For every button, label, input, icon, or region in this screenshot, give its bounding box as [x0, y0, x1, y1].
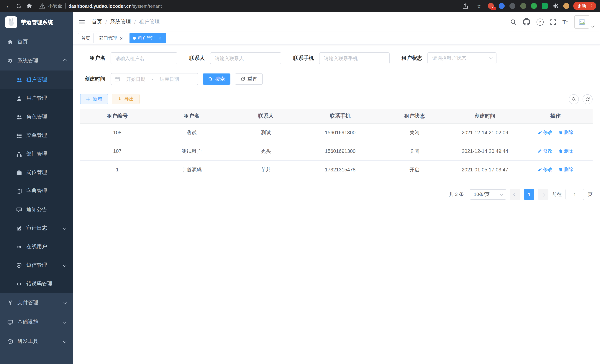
docs-button[interactable]: ?: [536, 18, 544, 25]
extensions-puzzle-icon[interactable]: [553, 3, 558, 9]
reload-button[interactable]: [14, 1, 24, 11]
browser-actions: ☆ 10 更新⋮: [460, 1, 596, 11]
delete-button[interactable]: 删除: [558, 130, 573, 136]
add-button-label: 新增: [93, 96, 103, 103]
sidebar-item-menu[interactable]: 菜单管理: [0, 126, 73, 145]
toggle-search-button[interactable]: [569, 94, 579, 104]
refresh-table-button[interactable]: [582, 94, 593, 104]
reset-button[interactable]: 重置: [235, 74, 263, 84]
sidebar-toggle-button[interactable]: [79, 19, 85, 25]
sidebar-item-tenant[interactable]: 租户管理: [0, 71, 73, 89]
tag-dept[interactable]: 部门管理×: [96, 33, 127, 43]
update-button[interactable]: 更新⋮: [573, 2, 596, 10]
monitor-icon: [7, 319, 13, 325]
sidebar-item-dev-tool[interactable]: 研发工具: [0, 332, 73, 351]
chevron-down-icon: [63, 226, 67, 230]
column-header: 操作: [518, 109, 593, 123]
sidebar-item-post[interactable]: 岗位管理: [0, 163, 73, 182]
plus-icon: [86, 97, 91, 102]
delete-button[interactable]: 删除: [558, 167, 573, 173]
phone-input[interactable]: [319, 52, 390, 64]
breadcrumb-system[interactable]: 系统管理: [110, 19, 131, 25]
sidebar-item-pay[interactable]: 支付管理: [0, 293, 73, 312]
cell-actions: 修改删除: [518, 142, 593, 160]
start-date-input[interactable]: [121, 76, 150, 82]
sidebar-item-dept[interactable]: 部门管理: [0, 145, 73, 163]
header-search-button[interactable]: [510, 19, 516, 25]
goto-page-input[interactable]: [565, 189, 584, 200]
tenant-name-input[interactable]: [111, 52, 177, 64]
search-submit-button[interactable]: 搜索: [203, 74, 230, 84]
next-page-button[interactable]: [538, 189, 548, 200]
edit-button[interactable]: 修改: [538, 148, 553, 154]
export-button[interactable]: 导出: [112, 94, 140, 104]
ext-blue-icon[interactable]: [499, 3, 505, 9]
share-icon: [462, 3, 468, 9]
app-navbar: 首页 / 系统管理 / 租户管理 ? TT: [73, 12, 600, 32]
cell-id: 107: [80, 142, 154, 160]
profile-avatar-icon[interactable]: [563, 3, 569, 9]
url-path: /system/tenant: [131, 3, 162, 9]
ext-green-square-icon[interactable]: [542, 3, 548, 9]
edit-button[interactable]: 修改: [538, 167, 553, 173]
sidebar-item-dict[interactable]: 字典管理: [0, 182, 73, 200]
logo-rabbit-image: [5, 16, 17, 28]
add-button[interactable]: 新增: [80, 94, 108, 104]
github-button[interactable]: [523, 18, 530, 26]
sidebar-item-sms[interactable]: 短信管理: [0, 256, 73, 275]
cell-id: 108: [80, 123, 154, 142]
chevron-down-icon: [63, 301, 67, 304]
address-bar[interactable]: 不安全 dashboard.yudao.iocoder.cn/system/te…: [39, 3, 162, 9]
sidebar-item-audit-log[interactable]: 审计日志: [0, 219, 73, 237]
tenant-status-select[interactable]: 请选择租户状态: [427, 52, 497, 64]
contact-input[interactable]: [210, 52, 281, 64]
sidebar-item-label: 审计日志: [26, 225, 47, 232]
font-size-icon: T: [562, 19, 566, 25]
sidebar-item-error-code[interactable]: 错误码管理: [0, 275, 73, 293]
ext-dark-icon[interactable]: [509, 3, 516, 9]
sidebar-item-online-user[interactable]: 在线用户: [0, 237, 73, 256]
font-size-button[interactable]: TT: [562, 19, 568, 25]
broken-image-icon: [579, 19, 585, 25]
home-button[interactable]: [25, 1, 34, 11]
cell-contact: 秃头: [229, 142, 303, 160]
sidebar-item-infra[interactable]: 基础设施: [0, 312, 73, 332]
fullscreen-button[interactable]: [550, 19, 556, 25]
close-icon[interactable]: ×: [119, 36, 124, 41]
sidebar-item-home[interactable]: 首页: [0, 33, 73, 51]
chevron-down-icon: [63, 339, 67, 343]
sidebar-item-user[interactable]: 用户管理: [0, 89, 73, 108]
end-date-input[interactable]: [155, 76, 184, 82]
user-icon: [16, 95, 22, 101]
sidebar-item-system[interactable]: 系统管理: [0, 51, 73, 71]
user-avatar[interactable]: [574, 15, 594, 28]
back-button[interactable]: ←: [4, 1, 13, 11]
ext-olive-icon[interactable]: [520, 3, 526, 9]
column-header: 租户名: [154, 109, 229, 123]
sidebar-item-notice[interactable]: 通知公告: [0, 200, 73, 219]
sidebar-item-role[interactable]: 角色管理: [0, 108, 73, 126]
tag-home[interactable]: 首页: [78, 33, 94, 43]
phone-field: 联系手机: [293, 52, 390, 64]
edit-button[interactable]: 修改: [538, 130, 553, 136]
delete-button[interactable]: 删除: [558, 148, 573, 154]
page-size-select[interactable]: 10条/页: [470, 189, 506, 200]
chevron-down-icon: [489, 56, 493, 60]
tag-tenant[interactable]: 租户管理×: [130, 33, 166, 43]
menu-dots-icon[interactable]: ⋮: [589, 3, 594, 9]
page-1-button[interactable]: 1: [524, 189, 534, 200]
logo-link[interactable]: 芋道管理系统: [0, 12, 73, 33]
fullscreen-icon: [550, 19, 556, 25]
ext-green-check-icon[interactable]: [531, 3, 537, 9]
ext-red-icon[interactable]: 10: [488, 3, 494, 9]
prev-page-button[interactable]: [510, 189, 520, 200]
box-icon: [7, 339, 13, 344]
search-icon: [510, 19, 516, 25]
bookmark-button[interactable]: ☆: [474, 1, 484, 11]
active-dot: [133, 37, 136, 40]
create-time-range-picker[interactable]: -: [111, 73, 198, 85]
chevron-up-icon: [63, 59, 67, 63]
close-icon[interactable]: ×: [157, 36, 162, 41]
breadcrumb-home[interactable]: 首页: [92, 19, 102, 25]
share-button[interactable]: [460, 1, 470, 11]
